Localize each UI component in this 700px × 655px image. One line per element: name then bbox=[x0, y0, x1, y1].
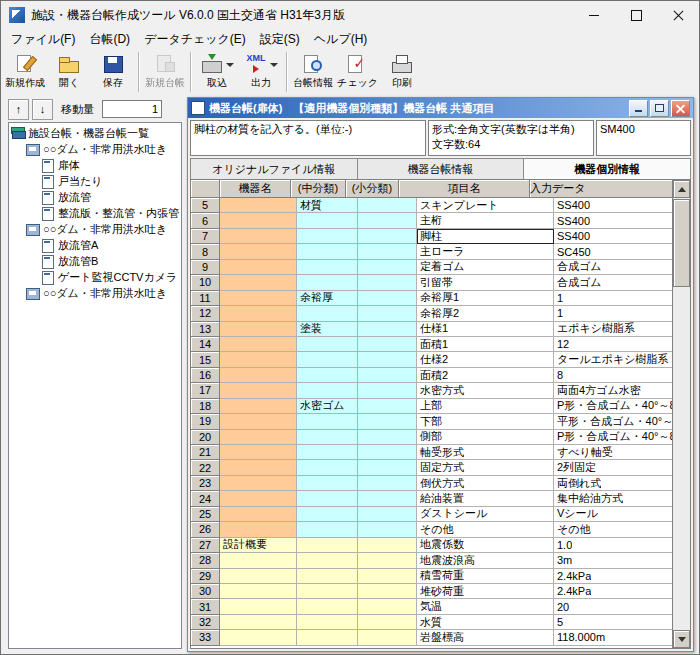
row-number-cell[interactable]: 28 bbox=[191, 553, 220, 568]
kikimei-cell[interactable] bbox=[220, 584, 297, 599]
kikimei-cell[interactable] bbox=[220, 306, 297, 321]
shobunrui-cell[interactable] bbox=[358, 352, 417, 367]
kikimei-cell[interactable] bbox=[220, 460, 297, 475]
move-up-button[interactable]: ↑ bbox=[8, 99, 29, 120]
tree-item[interactable]: 施設台帳・機器台帳一覧 bbox=[9, 125, 181, 141]
tab-individual-info[interactable]: 機器個別情報 bbox=[524, 158, 691, 179]
shobunrui-cell[interactable] bbox=[358, 538, 417, 553]
row-number-cell[interactable]: 11 bbox=[191, 291, 220, 306]
komokumei-cell[interactable]: スキンプレート bbox=[417, 198, 554, 213]
shobunrui-cell[interactable] bbox=[358, 460, 417, 475]
nyuryoku-data-cell[interactable]: 1 bbox=[554, 306, 672, 321]
toolbar-button[interactable]: 印刷 bbox=[380, 51, 424, 90]
shobunrui-cell[interactable] bbox=[358, 260, 417, 275]
komokumei-cell[interactable]: 面積1 bbox=[417, 337, 554, 352]
kikimei-cell[interactable] bbox=[220, 553, 297, 568]
tree-item[interactable]: 扉体 bbox=[9, 157, 181, 173]
shobunrui-cell[interactable] bbox=[358, 430, 417, 445]
minimize-button[interactable] bbox=[573, 1, 615, 29]
kikimei-cell[interactable] bbox=[220, 399, 297, 414]
toolbar-button[interactable]: 取込 bbox=[195, 51, 239, 90]
dropdown-arrow-icon[interactable] bbox=[268, 52, 278, 76]
shobunrui-cell[interactable] bbox=[358, 414, 417, 429]
row-number-cell[interactable]: 22 bbox=[191, 460, 220, 475]
child-restore-button[interactable] bbox=[650, 100, 669, 117]
row-number-cell[interactable]: 12 bbox=[191, 306, 220, 321]
kikimei-cell[interactable]: 設計概要 bbox=[220, 538, 297, 553]
kikimei-cell[interactable] bbox=[220, 445, 297, 460]
komokumei-cell[interactable]: 下部 bbox=[417, 414, 554, 429]
komokumei-cell[interactable]: 堆砂荷重 bbox=[417, 584, 554, 599]
komokumei-cell[interactable]: 地震係数 bbox=[417, 538, 554, 553]
shobunrui-cell[interactable] bbox=[358, 399, 417, 414]
shobunrui-cell[interactable] bbox=[358, 337, 417, 352]
shobunrui-cell[interactable] bbox=[358, 630, 417, 645]
shobunrui-cell[interactable] bbox=[358, 522, 417, 537]
chubunrui-cell[interactable] bbox=[297, 615, 358, 630]
row-number-cell[interactable]: 32 bbox=[191, 615, 220, 630]
komokumei-cell[interactable]: 気温 bbox=[417, 599, 554, 614]
chubunrui-cell[interactable] bbox=[297, 507, 358, 522]
shobunrui-cell[interactable] bbox=[358, 213, 417, 228]
komokumei-cell[interactable]: 上部 bbox=[417, 399, 554, 414]
komokumei-cell[interactable]: 余裕厚1 bbox=[417, 291, 554, 306]
kikimei-cell[interactable] bbox=[220, 213, 297, 228]
komokumei-cell[interactable]: 仕様1 bbox=[417, 322, 554, 337]
menu-item[interactable]: 設定(S) bbox=[253, 29, 307, 50]
toolbar-button[interactable]: 台帳情報 bbox=[291, 51, 335, 90]
nyuryoku-data-cell[interactable]: 両面4方ゴム水密 bbox=[554, 383, 672, 398]
row-number-cell[interactable]: 24 bbox=[191, 491, 220, 506]
kikimei-cell[interactable] bbox=[220, 352, 297, 367]
tree-item[interactable]: 放流管A bbox=[9, 237, 181, 253]
toolbar-button[interactable]: 新規台帳 bbox=[143, 51, 187, 90]
chubunrui-cell[interactable] bbox=[297, 569, 358, 584]
nyuryoku-data-cell[interactable]: 20 bbox=[554, 599, 672, 614]
row-number-cell[interactable]: 8 bbox=[191, 244, 220, 259]
nyuryoku-data-cell[interactable]: 両倒れ式 bbox=[554, 476, 672, 491]
komokumei-cell[interactable]: 積雪荷重 bbox=[417, 569, 554, 584]
shobunrui-cell[interactable] bbox=[358, 599, 417, 614]
row-number-cell[interactable]: 21 bbox=[191, 445, 220, 460]
kikimei-cell[interactable] bbox=[220, 491, 297, 506]
chubunrui-cell[interactable] bbox=[297, 491, 358, 506]
child-title-bar[interactable]: 機器台帳(扉体) 【適用機器個別種類】機器台帳 共通項目 bbox=[188, 98, 693, 118]
row-number-cell[interactable]: 23 bbox=[191, 476, 220, 491]
row-number-cell[interactable]: 15 bbox=[191, 352, 220, 367]
kikimei-cell[interactable] bbox=[220, 291, 297, 306]
scroll-track[interactable] bbox=[673, 198, 690, 630]
toolbar-button[interactable]: 保存 bbox=[91, 51, 135, 90]
nyuryoku-data-cell[interactable]: エポキシ樹脂系 bbox=[554, 322, 672, 337]
nyuryoku-data-cell[interactable]: SC450 bbox=[554, 244, 672, 259]
kikimei-cell[interactable] bbox=[220, 476, 297, 491]
chubunrui-cell[interactable]: 水密ゴム bbox=[297, 399, 358, 414]
chubunrui-cell[interactable]: 余裕厚 bbox=[297, 291, 358, 306]
move-amount-input[interactable] bbox=[102, 100, 162, 118]
nyuryoku-data-cell[interactable]: P形・合成ゴム・40°～80° bbox=[554, 430, 672, 445]
komokumei-cell[interactable]: 水密方式 bbox=[417, 383, 554, 398]
chubunrui-cell[interactable] bbox=[297, 260, 358, 275]
chubunrui-cell[interactable] bbox=[297, 306, 358, 321]
menu-item[interactable]: ファイル(F) bbox=[4, 29, 82, 50]
komokumei-cell[interactable]: 岩盤標高 bbox=[417, 630, 554, 645]
toolbar-button[interactable]: 開く bbox=[47, 51, 91, 90]
chubunrui-cell[interactable] bbox=[297, 368, 358, 383]
row-number-cell[interactable]: 14 bbox=[191, 337, 220, 352]
shobunrui-cell[interactable] bbox=[358, 244, 417, 259]
nyuryoku-data-cell[interactable]: SS400 bbox=[554, 229, 672, 244]
menu-item[interactable]: データチェック(E) bbox=[137, 29, 253, 50]
chubunrui-cell[interactable]: 塗装 bbox=[297, 322, 358, 337]
tree-item[interactable]: ゲート監視CCTVカメラ bbox=[9, 269, 181, 285]
nyuryoku-data-cell[interactable]: タールエポキシ樹脂系 bbox=[554, 352, 672, 367]
toolbar-button[interactable]: チェック bbox=[335, 51, 380, 90]
chubunrui-cell[interactable] bbox=[297, 414, 358, 429]
chubunrui-cell[interactable] bbox=[297, 337, 358, 352]
kikimei-cell[interactable] bbox=[220, 507, 297, 522]
row-number-cell[interactable]: 10 bbox=[191, 275, 220, 290]
chubunrui-cell[interactable] bbox=[297, 352, 358, 367]
chubunrui-cell[interactable] bbox=[297, 630, 358, 645]
komokumei-cell[interactable]: 引留帯 bbox=[417, 275, 554, 290]
komokumei-cell[interactable]: 面積2 bbox=[417, 368, 554, 383]
nyuryoku-data-cell[interactable]: 平形・合成ゴム・40°～80° bbox=[554, 414, 672, 429]
kikimei-cell[interactable] bbox=[220, 368, 297, 383]
nyuryoku-data-cell[interactable]: 合成ゴム bbox=[554, 275, 672, 290]
